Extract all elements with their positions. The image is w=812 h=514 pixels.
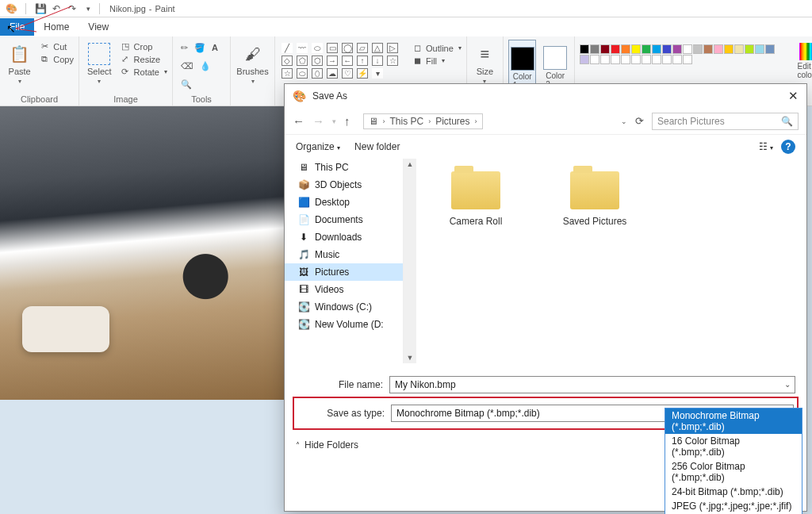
- color-swatch[interactable]: [714, 44, 723, 54]
- color2-button[interactable]: Color 2: [541, 40, 569, 89]
- redo-icon[interactable]: ↷: [66, 2, 79, 15]
- tree-node[interactable]: 🎵Music: [285, 246, 403, 263]
- color-swatch[interactable]: [580, 55, 589, 64]
- copy-button[interactable]: ⧉Copy: [39, 54, 74, 64]
- filename-label: File name:: [296, 379, 389, 390]
- tree-node[interactable]: 🎞Videos: [285, 281, 403, 298]
- outline-button[interactable]: ◻Outline▾: [412, 43, 462, 53]
- brushes-button[interactable]: 🖌 Brushes ▾: [236, 40, 270, 85]
- save-icon[interactable]: 💾: [34, 2, 47, 15]
- color-swatch[interactable]: [600, 44, 610, 54]
- color-swatch[interactable]: [755, 44, 764, 54]
- type-option[interactable]: 16 Color Bitmap (*.bmp;*.dib): [665, 434, 802, 459]
- type-option[interactable]: 256 Color Bitmap (*.bmp;*.dib): [665, 459, 802, 485]
- tree-node[interactable]: 💽New Volume (D:: [285, 316, 403, 333]
- search-icon: 🔍: [781, 116, 793, 127]
- fill-tool-icon[interactable]: 🪣: [194, 43, 205, 53]
- color-swatch[interactable]: [631, 55, 641, 64]
- tree-node-label: New Volume (D:: [315, 319, 384, 330]
- breadcrumb[interactable]: 🖥 › This PC › Pictures ›: [363, 113, 483, 129]
- color-swatch[interactable]: [621, 44, 630, 54]
- menu-file[interactable]: File: [0, 18, 34, 36]
- menu-view[interactable]: View: [79, 18, 118, 36]
- help-button[interactable]: ?: [781, 140, 795, 154]
- folder-item[interactable]: Camera Roll: [432, 171, 519, 227]
- size-button[interactable]: ≡ Size ▾: [472, 40, 498, 85]
- tree-node[interactable]: 📄Documents: [285, 211, 403, 228]
- color-swatch[interactable]: [631, 44, 641, 54]
- chevron-down-icon[interactable]: ⌄: [784, 380, 791, 389]
- color-swatch[interactable]: [590, 55, 599, 64]
- save-as-type-dropdown[interactable]: Monochrome Bitmap (*.bmp;*.dib)16 Color …: [665, 408, 802, 514]
- type-option[interactable]: 24-bit Bitmap (*.bmp;*.dib): [665, 485, 802, 499]
- color-swatch[interactable]: [724, 44, 733, 54]
- new-folder-button[interactable]: New folder: [354, 141, 400, 152]
- crop-button[interactable]: ◳Crop: [120, 41, 167, 52]
- fill-button[interactable]: ◼Fill▾: [412, 56, 462, 66]
- rotate-button[interactable]: ⟳Rotate▾: [120, 67, 167, 77]
- tree-scrollbar[interactable]: ▲▼: [404, 159, 416, 363]
- color-swatch[interactable]: [580, 44, 589, 54]
- folder-item[interactable]: Saved Pictures: [551, 171, 638, 227]
- color-swatch[interactable]: [621, 55, 630, 64]
- color-palette[interactable]: [580, 40, 784, 64]
- color-swatch[interactable]: [652, 44, 661, 54]
- color-swatch[interactable]: [642, 55, 651, 64]
- shapes-gallery[interactable]: ╱〰⬭▭◯▱△▷ ◇⬠⬡→←↑↓☆ ☆⬭⬯☁♡⚡▾: [280, 40, 407, 82]
- color-swatch[interactable]: [662, 44, 672, 54]
- organize-button[interactable]: Organize ▾: [296, 141, 340, 152]
- pencil-tool-icon[interactable]: ✏: [181, 43, 188, 53]
- nav-forward-button[interactable]: →: [312, 114, 324, 128]
- tree-node[interactable]: ⬇Downloads: [285, 228, 403, 246]
- hide-folders-button[interactable]: ˄ Hide Folders: [296, 439, 358, 451]
- color-swatch[interactable]: [672, 44, 682, 54]
- tree-node[interactable]: 🖼Pictures: [285, 263, 403, 281]
- view-options-button[interactable]: ☷ ▾: [759, 141, 773, 152]
- zoom-tool-icon[interactable]: 🔍: [181, 79, 192, 90]
- color-swatch[interactable]: [683, 44, 692, 54]
- color-swatch[interactable]: [693, 44, 703, 54]
- nav-history-button[interactable]: ▾: [332, 117, 336, 125]
- undo-icon[interactable]: ↶: [50, 2, 63, 15]
- filename-input[interactable]: My Nikon.bmp ⌄: [389, 376, 795, 393]
- close-button[interactable]: ✕: [788, 89, 799, 103]
- color2-swatch: [543, 46, 567, 70]
- tree-node[interactable]: 📦3D Objects: [285, 176, 403, 194]
- color-swatch[interactable]: [765, 44, 775, 54]
- eraser-tool-icon[interactable]: ⌫: [181, 61, 193, 71]
- menu-home[interactable]: Home: [34, 18, 79, 36]
- color-swatch[interactable]: [672, 55, 682, 64]
- folder-tree[interactable]: 🖥This PC📦3D Objects🟦Desktop📄Documents⬇Do…: [285, 159, 404, 363]
- dialog-title-bar: 🎨 Save As ✕: [285, 84, 806, 108]
- resize-button[interactable]: ⤢Resize: [120, 54, 167, 64]
- folder-content[interactable]: Camera RollSaved Pictures: [416, 159, 806, 363]
- nav-up-button[interactable]: ↑: [344, 114, 350, 128]
- color-swatch[interactable]: [642, 44, 651, 54]
- select-button[interactable]: Select ▾: [84, 40, 115, 85]
- color-swatch[interactable]: [745, 44, 754, 54]
- paste-button[interactable]: 📋 Paste ▾: [5, 40, 34, 85]
- type-option[interactable]: Monochrome Bitmap (*.bmp;*.dib): [665, 409, 802, 434]
- cut-button[interactable]: ✂Cut: [39, 41, 74, 52]
- nav-back-button[interactable]: ←: [293, 114, 304, 128]
- color-swatch[interactable]: [683, 55, 692, 64]
- picker-tool-icon[interactable]: 💧: [200, 61, 211, 71]
- type-option[interactable]: JPEG (*.jpg;*.jpeg;*.jpe;*.jfif): [665, 499, 802, 513]
- color-swatch[interactable]: [734, 44, 744, 54]
- color-swatch[interactable]: [652, 55, 661, 64]
- text-tool-icon[interactable]: A: [212, 43, 218, 52]
- color-swatch[interactable]: [590, 44, 599, 54]
- qat-more-icon[interactable]: ▾: [82, 2, 94, 15]
- edit-colors-button[interactable]: Edit colors: [794, 40, 812, 79]
- search-input[interactable]: Search Pictures 🔍: [652, 113, 799, 130]
- refresh-button[interactable]: ⟳: [635, 115, 644, 127]
- color-swatch[interactable]: [703, 44, 713, 54]
- breadcrumb-more-icon[interactable]: ⌄: [621, 117, 627, 125]
- tree-node[interactable]: 🟦Desktop: [285, 194, 403, 211]
- color-swatch[interactable]: [662, 55, 672, 64]
- tree-node[interactable]: 💽Windows (C:): [285, 298, 403, 316]
- color-swatch[interactable]: [611, 55, 620, 64]
- color-swatch[interactable]: [611, 44, 620, 54]
- tree-node[interactable]: 🖥This PC: [285, 159, 403, 176]
- color-swatch[interactable]: [600, 55, 610, 64]
